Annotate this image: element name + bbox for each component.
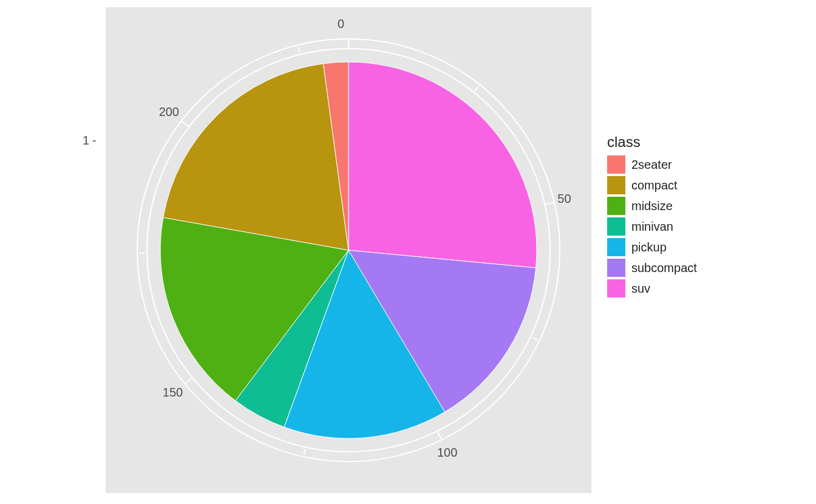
legend-item-suv: suv <box>607 279 765 298</box>
svg-line-11 <box>298 47 299 53</box>
legend-item-midsize: midsize <box>607 197 765 215</box>
svg-line-6 <box>182 121 189 127</box>
legend-label-midsize: midsize <box>631 199 673 213</box>
legend-swatch-pickup <box>607 238 625 256</box>
angular-tick-100: 100 <box>437 446 457 460</box>
legend-swatch-suv <box>607 279 625 298</box>
legend: class 2seatercompactmidsizeminivanpickup… <box>607 134 765 298</box>
plot-panel: 050100150200 <box>106 7 591 493</box>
svg-line-8 <box>532 338 538 340</box>
legend-label-minivan: minivan <box>631 220 673 234</box>
legend-swatch-midsize <box>607 197 625 215</box>
angular-tick-50: 50 <box>557 192 571 206</box>
svg-line-7 <box>475 86 478 91</box>
radial-tick-dash: - <box>92 134 97 148</box>
legend-item-2seater: 2seater <box>607 155 765 174</box>
legend-swatch-minivan <box>607 217 625 236</box>
legend-label-compact: compact <box>631 179 678 192</box>
legend-label-2seater: 2seater <box>631 158 672 172</box>
legend-item-minivan: minivan <box>607 217 765 236</box>
legend-item-subcompact: subcompact <box>607 259 765 277</box>
angular-tick-150: 150 <box>163 386 183 400</box>
legend-item-compact: compact <box>607 176 765 194</box>
angular-tick-0: 0 <box>338 17 344 31</box>
svg-line-5 <box>185 378 192 384</box>
legend-items: 2seatercompactmidsizeminivanpickupsubcom… <box>607 155 765 298</box>
chart-root: 1 - 050100150200 class 2seatercompactmid… <box>0 0 816 504</box>
legend-label-pickup: pickup <box>631 240 667 254</box>
svg-line-3 <box>545 202 554 205</box>
pie-slice-compact <box>163 64 348 250</box>
legend-swatch-subcompact <box>607 259 625 277</box>
legend-label-suv: suv <box>631 282 650 296</box>
svg-line-9 <box>304 449 305 455</box>
pie-svg <box>106 7 591 493</box>
legend-item-pickup: pickup <box>607 238 765 256</box>
legend-title: class <box>607 134 765 151</box>
legend-label-subcompact: subcompact <box>631 261 697 275</box>
svg-line-4 <box>437 431 441 440</box>
radial-tick-1: 1 <box>83 134 89 148</box>
angular-tick-200: 200 <box>159 105 179 119</box>
legend-swatch-2seater <box>607 155 625 174</box>
pie-slice-suv <box>348 62 537 268</box>
legend-swatch-compact <box>607 176 625 194</box>
